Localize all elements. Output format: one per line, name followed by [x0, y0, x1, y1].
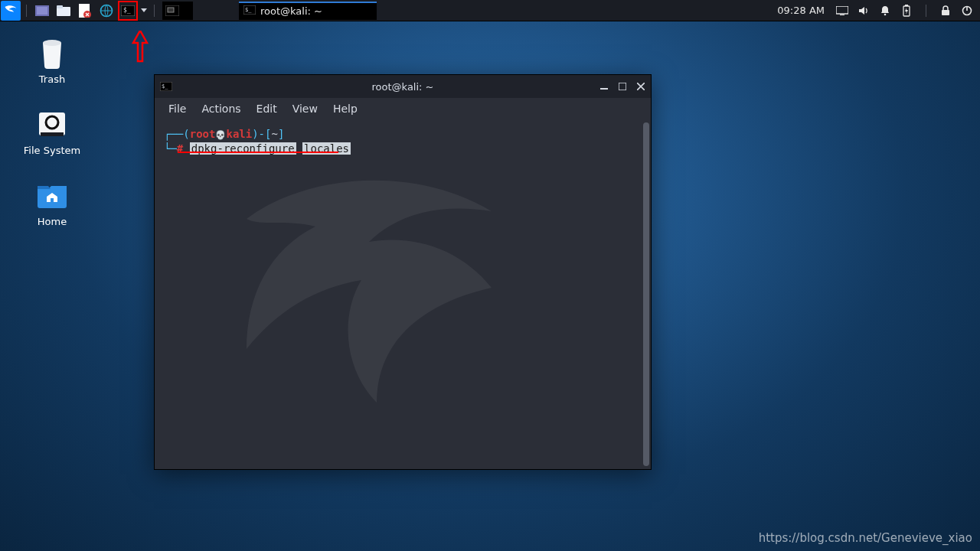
power-icon[interactable]: [960, 4, 974, 18]
prompt-line-1: ┌──(root💀kali)-[~]: [164, 127, 642, 142]
web-browser-button[interactable]: [96, 1, 116, 21]
svg-rect-18: [942, 10, 949, 15]
show-desktop-button[interactable]: [32, 1, 52, 21]
menu-view[interactable]: View: [286, 101, 324, 116]
trash-icon: [36, 37, 68, 69]
taskbar-window-terminal[interactable]: $_ root@kali: ~: [239, 2, 377, 20]
workspace-switcher[interactable]: [162, 2, 193, 20]
close-button[interactable]: [635, 81, 646, 92]
maximize-button[interactable]: [617, 81, 628, 92]
terminal-scrollbar[interactable]: [643, 122, 649, 466]
svg-rect-10: [168, 8, 174, 12]
prompt-line-2: └─# dpkg-reconfigure locales: [164, 142, 642, 156]
svg-rect-28: [619, 83, 626, 90]
terminal-titlebar[interactable]: $_ root@kali: ~: [155, 75, 651, 98]
panel-right-group: 09:28 AM: [774, 0, 980, 21]
svg-rect-3: [57, 5, 63, 8]
kali-dragon-watermark-icon: [201, 158, 599, 433]
volume-icon[interactable]: [857, 4, 871, 18]
svg-text:$_: $_: [123, 7, 131, 14]
kali-menu-button[interactable]: [1, 1, 21, 21]
svg-rect-1: [37, 7, 47, 15]
svg-rect-13: [836, 6, 848, 14]
panel-separator: [26, 5, 27, 17]
battery-icon[interactable]: [900, 4, 913, 18]
notification-bell-icon[interactable]: [878, 4, 892, 18]
terminal-dropdown-icon[interactable]: [139, 1, 149, 21]
desktop-icon-trash[interactable]: Trash: [14, 37, 90, 85]
svg-point-21: [43, 40, 61, 46]
svg-rect-27: [600, 88, 608, 90]
terminal-body[interactable]: ┌──(root💀kali)-[~] └─# dpkg-reconfigure …: [155, 119, 651, 469]
desktop-icon-column: Trash File System Home: [14, 37, 90, 227]
svg-rect-24: [41, 132, 64, 136]
desktop-icon-label: Trash: [39, 73, 65, 85]
terminal-titlebar-icon: $_: [159, 80, 173, 93]
panel-separator: [154, 5, 155, 17]
svg-text:$_: $_: [245, 7, 252, 13]
panel-clock[interactable]: 09:28 AM: [774, 5, 828, 16]
image-watermark: https://blog.csdn.net/Genevieve_xiao: [759, 531, 972, 545]
terminal-icon: $_: [243, 5, 256, 17]
annotation-underline: [178, 152, 338, 153]
terminal-window: $_ root@kali: ~ File Actions Edit View H…: [154, 74, 652, 470]
desktop-icon-filesystem[interactable]: File System: [14, 108, 90, 156]
drive-icon: [36, 108, 68, 140]
terminal-menubar: File Actions Edit View Help: [155, 98, 651, 119]
menu-help[interactable]: Help: [327, 101, 364, 116]
svg-rect-17: [905, 5, 908, 6]
display-icon[interactable]: [835, 4, 849, 18]
minimize-button[interactable]: [599, 81, 609, 92]
menu-file[interactable]: File: [162, 101, 192, 116]
lock-icon[interactable]: [939, 4, 952, 18]
menu-edit[interactable]: Edit: [250, 101, 283, 116]
terminal-launcher-button[interactable]: $_: [118, 1, 138, 21]
window-controls: [599, 81, 646, 92]
desktop-icon-home[interactable]: Home: [14, 179, 90, 227]
home-folder-icon: [36, 179, 68, 211]
text-editor-button[interactable]: [75, 1, 95, 21]
menu-actions[interactable]: Actions: [195, 101, 247, 116]
panel-separator: [926, 5, 926, 17]
taskbar-window-title: root@kali: ~: [260, 5, 322, 17]
desktop-icon-label: Home: [38, 216, 67, 227]
annotation-arrow-icon: [132, 31, 149, 64]
terminal-title: root@kali: ~: [155, 81, 651, 93]
panel-left-group: $_ $_ root@kali: ~: [0, 0, 377, 21]
svg-point-15: [884, 13, 887, 15]
file-manager-button[interactable]: [54, 1, 74, 21]
svg-text:$_: $_: [162, 83, 168, 90]
top-panel: $_ $_ root@kali: ~ 09:28 AM: [0, 0, 980, 21]
desktop-icon-label: File System: [24, 145, 80, 156]
svg-rect-14: [840, 15, 844, 15]
